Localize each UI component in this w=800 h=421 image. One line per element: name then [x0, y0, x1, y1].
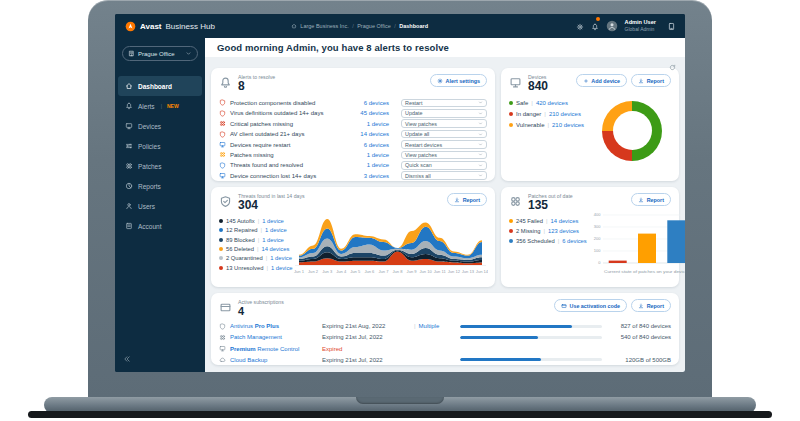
- avast-logo-icon: [125, 21, 136, 32]
- devices-donut-chart: [602, 101, 662, 161]
- sidebar: Prague Office DashboardAlerts|NEWDevices…: [115, 38, 205, 372]
- use-activation-code-button[interactable]: Use activation code: [554, 299, 627, 312]
- threats-report-button[interactable]: Report: [447, 193, 487, 206]
- patches-report-button[interactable]: Report: [631, 193, 671, 206]
- legend-devices-link[interactable]: 14 devices: [262, 246, 290, 252]
- chevron-down-icon: [478, 142, 483, 147]
- sidebar-item-users[interactable]: Users: [118, 196, 202, 216]
- chevron-down-icon: [478, 132, 483, 137]
- threats-report-label: Report: [463, 197, 480, 203]
- subscription-expiry: Expiring 21st Jul, 2022: [322, 357, 414, 363]
- legend-devices-link[interactable]: 1 device: [270, 255, 292, 261]
- alert-settings-button[interactable]: Alert settings: [430, 74, 487, 87]
- sidebar-item-alerts[interactable]: Alerts|NEW: [118, 96, 202, 116]
- avatar[interactable]: [606, 20, 618, 32]
- subscription-name-link[interactable]: Premium Remote Control: [230, 346, 322, 352]
- svg-text:Jun 6: Jun 6: [364, 269, 375, 274]
- sidebar-item-dashboard[interactable]: Dashboard: [118, 76, 202, 96]
- alert-action-select[interactable]: Update: [401, 109, 487, 118]
- alert-action-select[interactable]: View patches: [401, 151, 487, 160]
- alert-devices-link[interactable]: 45 devices: [360, 110, 389, 116]
- svg-text:400: 400: [594, 213, 601, 217]
- legend-devices-link[interactable]: 420 devices: [536, 100, 568, 106]
- alert-devices-link[interactable]: 6 devices: [364, 142, 389, 148]
- devices-card: Devices 840 Add device: [501, 68, 679, 181]
- svg-text:200: 200: [594, 236, 601, 241]
- patches-bar-chart: 0100200300400Current state of patches on…: [587, 213, 685, 281]
- subscription-multiple-link[interactable]: Multiple: [419, 323, 440, 329]
- legend-dot: [219, 219, 223, 223]
- alert-action-label: Update: [405, 110, 422, 116]
- subscription-name-link[interactable]: Cloud Backup: [230, 357, 322, 363]
- legend-devices-link[interactable]: 1 device: [265, 227, 287, 233]
- subscription-progress-bar: [460, 336, 602, 339]
- alert-devices-link[interactable]: 1 device: [367, 121, 389, 127]
- home-icon: [291, 23, 297, 29]
- legend-devices-link[interactable]: 14 devices: [551, 218, 579, 224]
- legend-devices-link[interactable]: 6 devices: [562, 238, 587, 244]
- alert-action-select[interactable]: Update all: [401, 130, 487, 139]
- devices-count: 840: [528, 80, 548, 94]
- alert-devices-link[interactable]: 3 devices: [364, 173, 389, 179]
- alert-devices-link[interactable]: 14 devices: [360, 131, 389, 137]
- org-selector[interactable]: Prague Office: [122, 46, 198, 61]
- settings-button[interactable]: [576, 19, 584, 34]
- legend-devices-link[interactable]: 1 device: [262, 237, 284, 243]
- patches-count: 135: [528, 199, 573, 213]
- app-body: Prague Office DashboardAlerts|NEWDevices…: [115, 38, 685, 372]
- alert-action-label: View patches: [405, 121, 437, 127]
- alert-text: Devices require restart: [230, 142, 290, 148]
- monitor-icon: [219, 345, 226, 352]
- alert-action-select[interactable]: Dismiss all: [401, 171, 487, 180]
- alert-shield-icon: [219, 131, 226, 138]
- alert-text: Protection components disabled: [230, 100, 315, 106]
- subscription-name-link[interactable]: Antivirus Pro Plus: [230, 323, 322, 329]
- legend-devices-link[interactable]: 123 devices: [548, 228, 579, 234]
- patches-report-label: Report: [647, 197, 664, 203]
- add-device-button[interactable]: Add device: [576, 74, 627, 87]
- user-menu[interactable]: Admin User Global Admin: [625, 19, 656, 32]
- alert-action-select[interactable]: Restart: [401, 99, 487, 108]
- devices-report-button[interactable]: Report: [631, 74, 671, 87]
- subscription-progress-bar: [460, 325, 602, 328]
- legend-devices-link[interactable]: 210 devices: [552, 122, 584, 128]
- sidebar-item-policies[interactable]: Policies: [118, 136, 202, 156]
- alert-action-select[interactable]: Quick scan: [401, 161, 487, 170]
- svg-text:Jun 10: Jun 10: [419, 269, 432, 274]
- user-name: Admin User: [625, 19, 656, 26]
- alert-devices-link[interactable]: 1 device: [367, 152, 389, 158]
- sidebar-item-account[interactable]: Account: [118, 216, 202, 236]
- breadcrumb-item[interactable]: Prague Office: [357, 23, 391, 29]
- laptop-shadow: [28, 411, 772, 418]
- subscription-usage: 120GB of 500GB: [625, 357, 671, 363]
- subscriptions-report-button[interactable]: Report: [631, 299, 671, 312]
- page: Avast Business Hub Large Business Inc./P…: [0, 0, 800, 421]
- refresh-icon: [669, 64, 676, 71]
- legend-devices-link[interactable]: 1 device: [262, 218, 284, 224]
- refresh-button[interactable]: [669, 59, 676, 74]
- legend-devices-link[interactable]: 1 device: [271, 265, 293, 271]
- alert-action-select[interactable]: View patches: [401, 119, 487, 128]
- legend-label: 2 Quarantined: [226, 255, 263, 261]
- subscription-name-link[interactable]: Patch Management: [230, 334, 322, 340]
- breadcrumb-item[interactable]: Large Business Inc.: [300, 23, 348, 29]
- subscriptions-report-label: Report: [647, 303, 664, 309]
- gear-icon: [437, 78, 443, 84]
- alert-devices-link[interactable]: 1 device: [367, 162, 389, 168]
- devices-legend: Safe|420 devicesIn danger|210 devicesVul…: [509, 100, 584, 175]
- sidebar-item-patches[interactable]: Patches: [118, 156, 202, 176]
- alert-devices-link[interactable]: 6 devices: [364, 100, 389, 106]
- threats-card: Threats found in last 14 days 304 Report: [211, 187, 495, 287]
- support-button[interactable]: [667, 19, 676, 34]
- sidebar-item-reports[interactable]: Reports: [118, 176, 202, 196]
- monitor-icon: [509, 76, 522, 89]
- legend-item: Vulnerable|210 devices: [509, 122, 584, 128]
- alert-action-select[interactable]: Restart devices: [401, 140, 487, 149]
- monitor-icon: [125, 122, 133, 130]
- legend-devices-link[interactable]: 210 devices: [549, 111, 581, 117]
- cloud-icon: [219, 356, 226, 363]
- svg-text:Jun 5: Jun 5: [350, 269, 361, 274]
- sidebar-collapse-button[interactable]: [123, 351, 131, 366]
- sidebar-item-devices[interactable]: Devices: [118, 116, 202, 136]
- notifications-button[interactable]: [591, 19, 599, 34]
